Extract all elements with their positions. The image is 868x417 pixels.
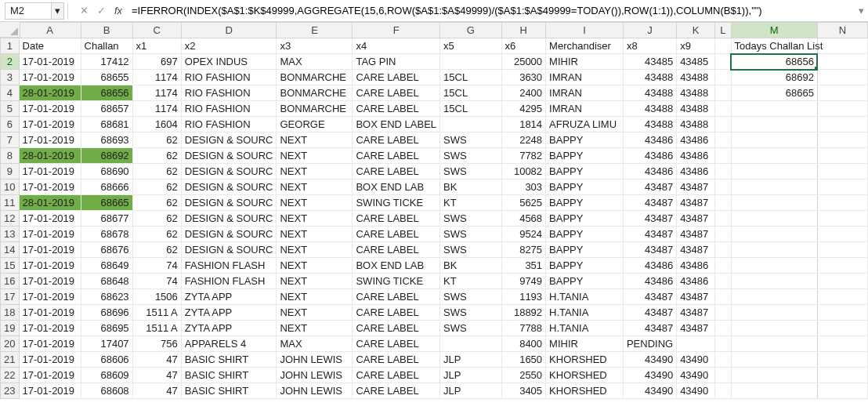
cell-N7[interactable] [817, 132, 867, 148]
insert-function-button[interactable]: fx [110, 2, 127, 20]
cell-E7[interactable]: NEXT [277, 132, 353, 148]
cell-J16[interactable]: 43486 [623, 274, 676, 289]
cell-C18[interactable]: 1511 A [132, 305, 181, 321]
cell-E12[interactable]: NEXT [277, 211, 353, 227]
cell-N13[interactable] [817, 227, 867, 242]
cell-B10[interactable]: 68666 [81, 179, 132, 195]
cell-D21[interactable]: BASIC SHIRT [181, 352, 277, 368]
row-header-21[interactable]: 21 [1, 352, 20, 368]
cell-C19[interactable]: 1511 A [132, 321, 181, 336]
cell-K19[interactable]: 43487 [677, 321, 715, 336]
cell-D9[interactable]: DESIGN & SOURC [181, 164, 277, 179]
cell-I5[interactable]: IMRAN [546, 101, 624, 117]
row-header-11[interactable]: 11 [1, 195, 20, 211]
cell-I20[interactable]: MIHIR [546, 336, 624, 352]
cell-N5[interactable] [817, 101, 867, 117]
cell-L21[interactable] [715, 352, 732, 368]
cell-B5[interactable]: 68657 [81, 101, 132, 117]
cell-D20[interactable]: APPARELS 4 [181, 336, 277, 352]
cell-H18[interactable]: 18892 [501, 305, 546, 321]
column-header-A[interactable]: A [19, 23, 81, 38]
cell-M20[interactable] [731, 336, 817, 352]
cell-F15[interactable]: BOX END LAB [353, 258, 440, 274]
cell-E20[interactable]: MAX [277, 336, 353, 352]
cell-J19[interactable]: 43487 [623, 321, 676, 336]
row-header-22[interactable]: 22 [1, 368, 20, 383]
row-header-15[interactable]: 15 [1, 258, 20, 274]
cell-D1[interactable]: x2 [181, 38, 277, 54]
row-header-7[interactable]: 7 [1, 132, 20, 148]
cell-A22[interactable]: 17-01-2019 [19, 368, 81, 383]
cell-E3[interactable]: BONMARCHE [277, 70, 353, 85]
cell-A7[interactable]: 17-01-2019 [19, 132, 81, 148]
cell-A17[interactable]: 17-01-2019 [19, 289, 81, 305]
cell-H16[interactable]: 9749 [501, 274, 546, 289]
cell-G23[interactable]: JLP [440, 383, 501, 399]
cell-H17[interactable]: 1193 [501, 289, 546, 305]
cell-F19[interactable]: CARE LABEL [353, 321, 440, 336]
cell-E23[interactable]: JOHN LEWIS [277, 383, 353, 399]
cell-B22[interactable]: 68609 [81, 368, 132, 383]
cell-F21[interactable]: CARE LABEL [353, 352, 440, 368]
cell-H19[interactable]: 7788 [501, 321, 546, 336]
cell-B17[interactable]: 68623 [81, 289, 132, 305]
cell-M21[interactable] [731, 352, 817, 368]
cell-N18[interactable] [817, 305, 867, 321]
cell-D11[interactable]: DESIGN & SOURC [181, 195, 277, 211]
cell-L22[interactable] [715, 368, 732, 383]
cell-H7[interactable]: 2248 [501, 132, 546, 148]
cell-K21[interactable]: 43490 [677, 352, 715, 368]
cell-E6[interactable]: GEORGE [277, 117, 353, 132]
cell-D18[interactable]: ZYTA APP [181, 305, 277, 321]
column-header-E[interactable]: E [277, 23, 353, 38]
cell-L14[interactable] [715, 242, 732, 258]
column-header-N[interactable]: N [817, 23, 867, 38]
cell-B20[interactable]: 17407 [81, 336, 132, 352]
cell-M17[interactable] [731, 289, 817, 305]
cell-I6[interactable]: AFRUZA LIMU [546, 117, 624, 132]
cell-M14[interactable] [731, 242, 817, 258]
cell-J23[interactable]: 43490 [623, 383, 676, 399]
cell-H22[interactable]: 2550 [501, 368, 546, 383]
cell-I10[interactable]: BAPPY [546, 179, 624, 195]
cell-M16[interactable] [731, 274, 817, 289]
cell-C15[interactable]: 74 [132, 258, 181, 274]
cell-M2[interactable]: 68656 [731, 54, 817, 70]
cell-K10[interactable]: 43487 [677, 179, 715, 195]
cell-D14[interactable]: DESIGN & SOURC [181, 242, 277, 258]
cell-L12[interactable] [715, 211, 732, 227]
cell-F4[interactable]: CARE LABEL [353, 85, 440, 101]
cell-C17[interactable]: 1506 [132, 289, 181, 305]
cell-K15[interactable]: 43486 [677, 258, 715, 274]
column-header-J[interactable]: J [623, 23, 676, 38]
cell-L6[interactable] [715, 117, 732, 132]
cell-A21[interactable]: 17-01-2019 [19, 352, 81, 368]
column-header-B[interactable]: B [81, 23, 132, 38]
cell-I14[interactable]: BAPPY [546, 242, 624, 258]
cell-M11[interactable] [731, 195, 817, 211]
cell-K3[interactable]: 43488 [677, 70, 715, 85]
cell-M5[interactable] [731, 101, 817, 117]
cell-D4[interactable]: RIO FASHION [181, 85, 277, 101]
cell-N8[interactable] [817, 148, 867, 164]
cell-J2[interactable]: 43485 [623, 54, 676, 70]
cell-M13[interactable] [731, 227, 817, 242]
cell-G8[interactable]: SWS [440, 148, 501, 164]
column-header-K[interactable]: K [677, 23, 715, 38]
cell-L19[interactable] [715, 321, 732, 336]
cell-I12[interactable]: BAPPY [546, 211, 624, 227]
cell-G10[interactable]: BK [440, 179, 501, 195]
cell-K13[interactable]: 43487 [677, 227, 715, 242]
cell-B2[interactable]: 17412 [81, 54, 132, 70]
cell-I17[interactable]: H.TANIA [546, 289, 624, 305]
cell-A19[interactable]: 17-01-2019 [19, 321, 81, 336]
cell-F16[interactable]: SWING TICKE [353, 274, 440, 289]
cell-A15[interactable]: 17-01-2019 [19, 258, 81, 274]
cell-B6[interactable]: 68681 [81, 117, 132, 132]
cell-H21[interactable]: 1650 [501, 352, 546, 368]
cell-J17[interactable]: 43487 [623, 289, 676, 305]
cell-I21[interactable]: KHORSHED [546, 352, 624, 368]
cell-J6[interactable]: 43488 [623, 117, 676, 132]
cell-B16[interactable]: 68648 [81, 274, 132, 289]
cell-I9[interactable]: BAPPY [546, 164, 624, 179]
